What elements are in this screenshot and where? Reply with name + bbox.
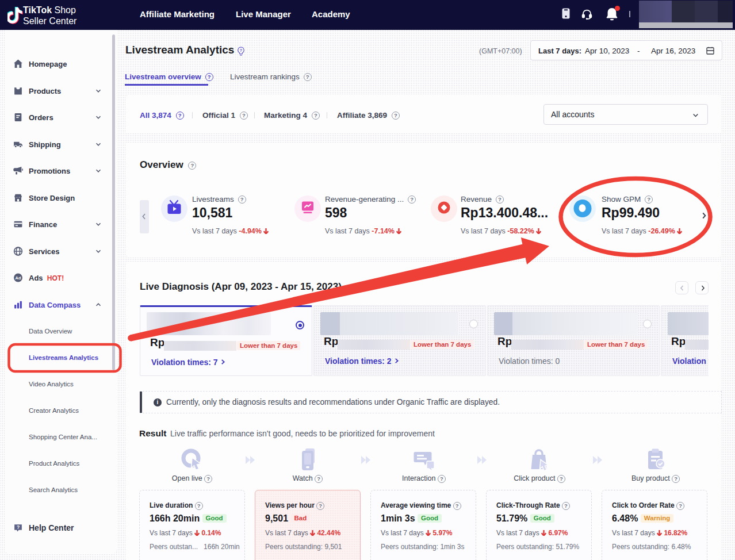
- svg-text:?: ?: [240, 48, 242, 52]
- svg-text:?: ?: [17, 524, 20, 530]
- svg-text:Ad: Ad: [16, 275, 21, 281]
